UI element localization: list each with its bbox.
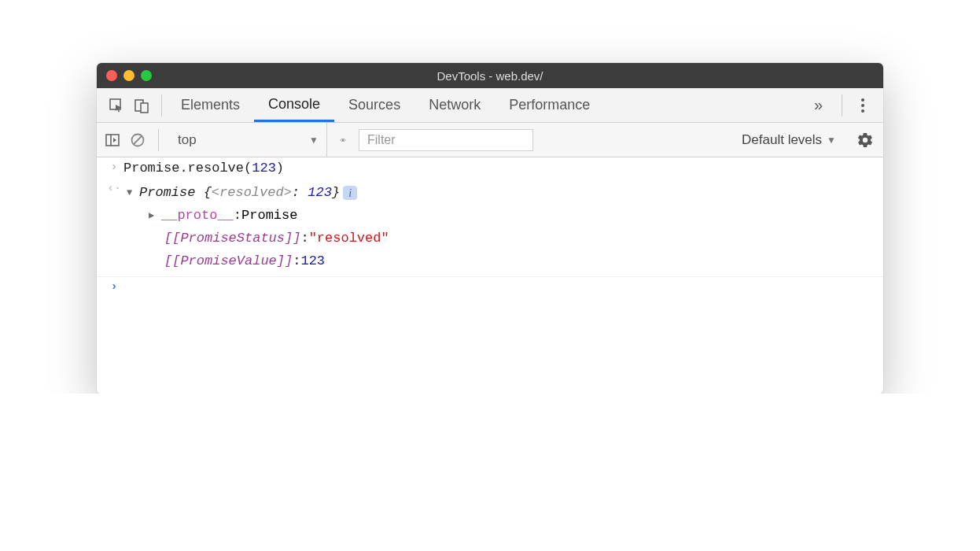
maximize-window-button[interactable]	[141, 70, 152, 81]
object-summary[interactable]: Promise {<resolved>: 123} i	[127, 182, 875, 205]
separator-text: :	[300, 227, 308, 250]
minimize-window-button[interactable]	[123, 70, 134, 81]
inspect-element-icon[interactable]	[108, 97, 125, 114]
promise-value-row[interactable]: [[PromiseValue]]: 123	[127, 250, 875, 273]
tab-sources[interactable]: Sources	[334, 88, 414, 122]
svg-line-6	[134, 136, 142, 144]
devtools-window: DevTools - web.dev/ Elements Console Sou…	[97, 63, 883, 394]
status-value: "resolved"	[309, 227, 389, 250]
tab-performance[interactable]: Performance	[495, 88, 604, 122]
context-label: top	[178, 132, 197, 148]
proto-row[interactable]: __proto__: Promise	[127, 205, 875, 227]
separator-text: :	[234, 205, 241, 227]
state-label: <resolved>	[212, 185, 292, 200]
log-levels-select[interactable]: Default levels ▼	[735, 132, 842, 148]
console-settings-icon[interactable]	[849, 131, 877, 149]
separator-text: :	[292, 185, 308, 200]
input-chevron-icon: ›	[105, 161, 123, 174]
live-expression-icon[interactable]	[333, 131, 352, 150]
internal-slot-key: [[PromiseStatus]]	[164, 227, 300, 250]
internal-slot-key: [[PromiseValue]]	[164, 250, 293, 273]
summary-value: 123	[308, 185, 332, 200]
info-icon[interactable]: i	[343, 186, 357, 200]
device-toolbar-icon[interactable]	[133, 97, 150, 114]
clear-console-icon[interactable]	[128, 131, 147, 150]
window-title: DevTools - web.dev/	[97, 69, 883, 83]
svg-rect-3	[106, 135, 119, 146]
titlebar: DevTools - web.dev/	[97, 63, 883, 88]
settings-menu-button[interactable]	[855, 98, 871, 113]
more-tabs-button[interactable]: »	[808, 96, 829, 114]
console-toolbar: top ▼ Default levels ▼	[97, 123, 883, 157]
separator	[161, 94, 162, 116]
tab-console[interactable]: Console	[254, 88, 334, 122]
code-text: )	[276, 161, 284, 176]
console-result-row: ‹· Promise {<resolved>: 123} i __proto__…	[97, 179, 883, 277]
levels-label: Default levels	[742, 132, 822, 148]
separator-text: :	[293, 250, 300, 273]
tab-elements[interactable]: Elements	[167, 88, 254, 122]
close-window-button[interactable]	[106, 70, 117, 81]
execution-context-select[interactable]: top ▼	[170, 123, 327, 157]
svg-point-7	[342, 139, 344, 140]
separator	[158, 129, 159, 151]
code-text: Promise.resolve(	[123, 161, 252, 176]
constructor-name: Promise	[139, 185, 195, 200]
proto-value: Promise	[241, 205, 297, 227]
traffic-lights	[106, 70, 152, 81]
prompt-chevron-icon: ›	[105, 280, 123, 294]
disclosure-triangle-icon[interactable]	[127, 185, 139, 201]
console-output: › Promise.resolve(123) ‹· Promise {<reso…	[97, 157, 883, 394]
proto-key: __proto__	[161, 205, 234, 227]
svg-rect-2	[141, 103, 148, 113]
separator	[842, 94, 842, 116]
brace: }	[332, 185, 340, 200]
dropdown-triangle-icon: ▼	[309, 135, 319, 146]
brace: {	[204, 185, 212, 200]
disclosure-triangle-icon[interactable]	[149, 208, 161, 224]
input-expression[interactable]: Promise.resolve(123)	[123, 161, 875, 176]
console-input-row: › Promise.resolve(123)	[97, 157, 883, 179]
code-number: 123	[252, 161, 276, 176]
dropdown-triangle-icon: ▼	[827, 135, 836, 146]
tab-network[interactable]: Network	[414, 88, 495, 122]
toggle-sidebar-icon[interactable]	[103, 131, 122, 150]
output-chevron-icon: ‹·	[105, 182, 123, 195]
panel-tabstrip: Elements Console Sources Network Perform…	[97, 88, 883, 123]
promise-status-row[interactable]: [[PromiseStatus]]: "resolved"	[127, 227, 875, 250]
console-prompt-row[interactable]: ›	[97, 277, 883, 297]
filter-input[interactable]	[359, 129, 533, 151]
value-value: 123	[300, 250, 325, 273]
